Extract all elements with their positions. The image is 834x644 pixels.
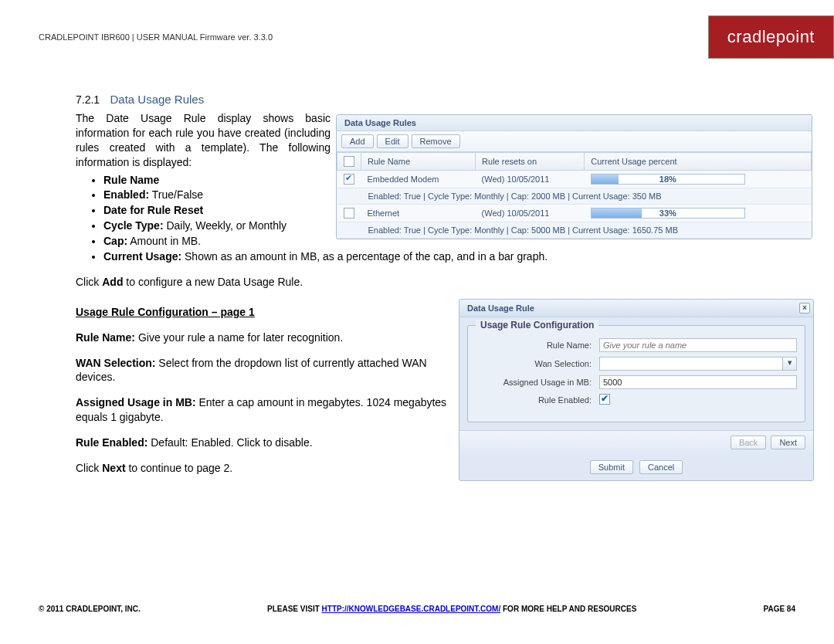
chevron-down-icon[interactable]: ▾ [783,357,797,371]
row-checkbox[interactable] [344,174,354,185]
data-usage-rule-dialog: Data Usage Rule × Usage Rule Configurati… [459,299,814,481]
footer-center: PLEASE VISIT HTTP://KNOWLEDGEBASE.CRADLE… [267,605,636,613]
footer-page-number: PAGE 84 [763,605,795,613]
usage-bar: 33% [591,208,745,219]
row-detail: Enabled: True | Cycle Type: Monthly | Ca… [337,188,812,205]
edit-button[interactable]: Edit [377,134,409,148]
usage-percent: 18% [592,175,744,184]
bullet-cap-value: Amount in MB. [127,235,201,247]
header-breadcrumb: CRADLEPOINT IBR600 | USER MANUAL Firmwar… [39,32,273,42]
row-checkbox[interactable] [344,208,354,219]
section-number: 7.2.1 [76,93,100,106]
panel1-title: Data Usage Rules [337,115,812,131]
col-usage-percent[interactable]: Current Usage percent [585,153,812,171]
p-rule-name: Rule Name: Give your rule a name for lat… [76,330,454,345]
col-rule-resets[interactable]: Rule resets on [476,153,585,171]
fieldset-legend: Usage Rule Configuration [476,320,598,330]
brand-logo: cradlepoint [708,15,834,59]
section-title: Data Usage Rules [110,93,204,106]
remove-button[interactable]: Remove [412,134,460,148]
footer-copyright: © 2011 CRADLEPOINT, INC. [39,605,141,613]
usage-percent: 33% [592,208,744,218]
intro-paragraph: The Date Usage Rule display shows basic … [76,111,331,170]
data-usage-rules-panel: Data Usage Rules Add Edit Remove Rule Na… [336,114,812,239]
row-name: Embedded Modem [361,171,476,188]
label-assigned-mb: Assigned Usage in MB: [476,378,592,387]
add-button[interactable]: Add [341,134,374,148]
click-add-instruction: Click Add to configure a new Data Usage … [76,275,803,290]
section-heading: 7.2.1 Data Usage Rules [76,93,803,107]
row-date: (Wed) 10/05/2011 [476,171,585,188]
submit-button[interactable]: Submit [590,460,633,474]
usage-rule-config-fieldset: Usage Rule Configuration Rule Name: Wan … [467,325,805,422]
usage-bar: 18% [591,174,745,185]
select-all-checkbox[interactable] [344,156,354,167]
label-rule-name: Rule Name: [476,341,592,350]
footer-link[interactable]: HTTP://KNOWLEDGEBASE.CRADLEPOINT.COM/ [322,605,501,613]
bullet-cap-label: Cap: [103,235,127,247]
p-rule-enabled: Rule Enabled: Default: Enabled. Click to… [76,436,454,450]
bullet-cycle-value: Daily, Weekly, or Monthly [164,219,287,232]
page-footer: © 2011 CRADLEPOINT, INC. PLEASE VISIT HT… [39,605,795,613]
bullet-cycle-label: Cycle Type: [103,219,164,232]
submit-button-bar: Submit Cancel [459,454,813,480]
label-rule-enabled: Rule Enabled: [476,395,592,405]
bullet-current-usage-value: Shown as an amount in MB, as a percentag… [181,250,548,263]
panel1-toolbar: Add Edit Remove [337,131,812,152]
panel2-title: Data Usage Rule × [459,300,813,317]
table-row[interactable]: Ethernet (Wed) 10/05/2011 33% [337,205,812,222]
assigned-usage-input[interactable] [599,375,797,389]
next-button[interactable]: Next [771,436,805,449]
p-wan-selection: WAN Selection: Select from the dropdown … [76,356,454,385]
rule-name-input[interactable] [599,338,797,352]
row-date: (Wed) 10/05/2011 [476,205,585,222]
row-name: Ethernet [361,205,476,222]
rules-table: Rule Name Rule resets on Current Usage p… [337,152,812,239]
bullet-enabled-value: True/False [149,188,203,201]
p-assigned-usage: Assigned Usage in MB: Enter a cap amount… [76,395,454,425]
cancel-button[interactable]: Cancel [639,460,683,474]
bullet-date: Date for Rule Reset [103,204,203,216]
wizard-button-bar: Back Next [459,430,813,454]
bullet-current-usage-label: Current Usage: [103,250,181,263]
col-rule-name[interactable]: Rule Name [361,153,476,171]
bullet-list: Rule Name Enabled: True/False Date for R… [103,173,335,264]
bullet-enabled-label: Enabled: [103,188,149,201]
table-row[interactable]: Embedded Modem (Wed) 10/05/2011 18% [337,171,812,188]
row-detail: Enabled: True | Cycle Type: Monthly | Ca… [337,222,812,239]
back-button[interactable]: Back [731,436,766,449]
label-wan-selection: Wan Selection: [476,359,592,368]
wan-selection-input[interactable] [599,357,783,371]
rule-enabled-checkbox[interactable] [599,394,610,405]
close-icon[interactable]: × [799,303,810,314]
bullet-rule-name: Rule Name [103,174,159,186]
